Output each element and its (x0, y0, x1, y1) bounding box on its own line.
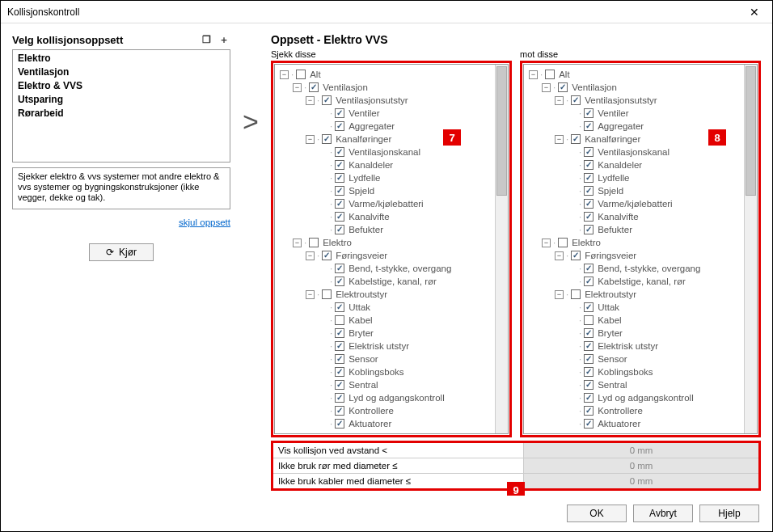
run-button[interactable]: ⟳ Kjør (89, 243, 154, 261)
tree-checkbox[interactable] (335, 147, 344, 157)
tree-checkbox[interactable] (545, 70, 555, 79)
tree-node[interactable]: ·Aktuatorer (278, 417, 492, 430)
tree-node[interactable]: ·Sensor (278, 353, 492, 365)
tree-checkbox[interactable] (584, 354, 593, 364)
tree-checkbox[interactable] (335, 367, 344, 377)
tree-toggle-icon[interactable]: − (555, 290, 564, 299)
scrollbar-thumb[interactable] (496, 66, 507, 196)
tree-checkbox[interactable] (335, 328, 344, 338)
tree-checkbox[interactable] (584, 419, 593, 429)
tree-node[interactable]: −·Kanalføringer (278, 133, 492, 146)
tree-node[interactable]: ·Ventilasjonskanal (527, 146, 741, 158)
tree-checkbox[interactable] (558, 238, 568, 247)
tree-checkbox[interactable] (584, 328, 593, 338)
tree-node[interactable]: −·Elektroutstyr (527, 288, 741, 301)
tree-checkbox[interactable] (335, 212, 344, 222)
tree-node[interactable]: −·Elektroutstyr (278, 288, 492, 301)
tree-checkbox[interactable] (335, 354, 344, 364)
tree-right-scrollbar[interactable] (744, 65, 757, 433)
tree-checkbox[interactable] (584, 186, 593, 196)
tree-checkbox[interactable] (584, 121, 593, 131)
tree-node[interactable]: ·Elektrisk utstyr (527, 340, 741, 353)
tree-node[interactable]: ·Sensor (527, 353, 741, 365)
tree-node[interactable]: ·Kanalvifte (278, 210, 492, 223)
setup-list-item[interactable]: Utsparing (16, 93, 226, 107)
tree-checkbox[interactable] (309, 238, 319, 247)
tree-checkbox[interactable] (335, 302, 344, 312)
filter-value[interactable]: 0 mm (524, 458, 758, 473)
tree-checkbox[interactable] (309, 82, 319, 92)
tree-checkbox[interactable] (584, 277, 593, 286)
tree-node[interactable]: −·Kanalføringer (527, 133, 741, 146)
setup-list-item[interactable]: Elektro & VVS (16, 79, 226, 93)
tree-checkbox[interactable] (335, 419, 344, 429)
tree-node[interactable]: ·Bend, t-stykke, overgang (278, 262, 492, 275)
tree-checkbox[interactable] (584, 212, 593, 222)
tree-node[interactable]: ·Lydfelle (278, 171, 492, 184)
tree-node[interactable]: ·Bryter (527, 327, 741, 340)
tree-checkbox[interactable] (335, 380, 344, 390)
tree-node[interactable]: −·Alt (278, 68, 492, 81)
tree-node[interactable]: ·Uttak (278, 301, 492, 314)
tree-checkbox[interactable] (296, 70, 306, 79)
tree-checkbox[interactable] (322, 95, 332, 105)
tree-node[interactable]: ·Kanalvifte (527, 210, 741, 223)
tree-node[interactable]: ·Kanaldeler (527, 158, 741, 171)
tree-checkbox[interactable] (335, 121, 344, 131)
tree-checkbox[interactable] (571, 134, 581, 144)
scrollbar-thumb[interactable] (746, 66, 756, 196)
tree-node[interactable]: −·Alt (527, 68, 741, 81)
tree-node[interactable]: ·Kabelstige, kanal, rør (527, 275, 741, 288)
tree-left-scrollbar[interactable] (495, 65, 508, 433)
tree-node[interactable]: ·Aggregater (278, 120, 492, 133)
tree-toggle-icon[interactable]: − (529, 70, 538, 79)
close-icon[interactable]: ✕ (743, 3, 766, 21)
tree-checkbox[interactable] (335, 393, 344, 403)
setup-list-item[interactable]: Elektro (16, 52, 226, 65)
tree-checkbox[interactable] (335, 264, 344, 273)
tree-node[interactable]: −·Ventilasjon (527, 81, 741, 94)
tree-node[interactable]: ·Kontrollere (527, 404, 741, 417)
tree-checkbox[interactable] (335, 160, 344, 170)
setup-list[interactable]: ElektroVentilasjonElektro & VVSUtsparing… (12, 49, 230, 163)
tree-checkbox[interactable] (335, 277, 344, 286)
tree-toggle-icon[interactable]: − (306, 96, 315, 105)
tree-node[interactable]: ·Ventilasjonskanal (278, 146, 492, 158)
tree-checkbox[interactable] (322, 289, 332, 299)
tree-node[interactable]: ·Kanaldeler (278, 158, 492, 171)
tree-checkbox[interactable] (584, 406, 593, 416)
tree-checkbox[interactable] (584, 315, 593, 325)
tree-node[interactable]: ·Kabel (527, 314, 741, 327)
help-button[interactable]: Hjelp (699, 505, 759, 522)
tree-toggle-icon[interactable]: − (293, 239, 302, 247)
tree-node[interactable]: ·Spjeld (278, 184, 492, 197)
tree-node[interactable]: ·Kabel (278, 314, 492, 327)
tree-checkbox[interactable] (584, 341, 593, 351)
tree-node[interactable]: ·Lyd og adgangskontroll (278, 391, 492, 404)
tree-checkbox[interactable] (584, 160, 593, 170)
tree-node[interactable]: ·Aktuatorer (527, 417, 741, 430)
tree-checkbox[interactable] (322, 134, 332, 144)
tree-checkbox[interactable] (584, 367, 593, 377)
tree-toggle-icon[interactable]: − (280, 70, 289, 79)
tree-checkbox[interactable] (584, 302, 593, 312)
tree-node[interactable]: ·Kontrollere (278, 404, 492, 417)
tree-node[interactable]: ·Befukter (527, 223, 741, 236)
tree-toggle-icon[interactable]: − (306, 135, 315, 144)
filter-value[interactable]: 0 mm (524, 474, 758, 488)
tree-checkbox[interactable] (571, 95, 581, 105)
tree-node[interactable]: ·Bend, t-stykke, overgang (527, 262, 741, 275)
tree-node[interactable]: −·Føringsveier (278, 249, 492, 262)
tree-checkbox[interactable] (584, 225, 593, 234)
setup-list-item[interactable]: Ventilasjon (16, 65, 226, 79)
hide-setup-link[interactable]: skjul oppsett (179, 217, 230, 227)
tree-checkbox[interactable] (571, 251, 581, 260)
tree-checkbox[interactable] (584, 108, 593, 118)
tree-right[interactable]: −·Alt−·Ventilasjon−·Ventilasjonsutstyr·V… (524, 65, 744, 433)
tree-checkbox[interactable] (335, 341, 344, 351)
tree-node[interactable]: ·Varme/kjølebatteri (527, 197, 741, 210)
tree-checkbox[interactable] (335, 225, 344, 234)
tree-node[interactable]: ·Lydfelle (527, 171, 741, 184)
tree-toggle-icon[interactable]: − (555, 251, 564, 260)
filter-value[interactable]: 0 mm (524, 443, 758, 458)
